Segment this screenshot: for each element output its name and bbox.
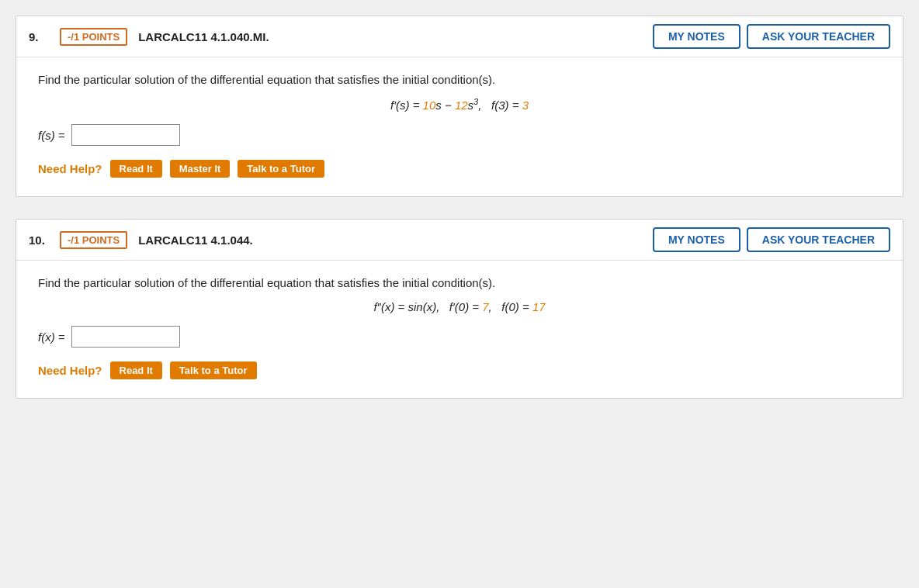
math-line-10: f″(x) = sin(x), f′(0) = 7, f(0) = 17 bbox=[38, 300, 881, 313]
question-card-9: 9. -/1 POINTS LARCALC11 4.1.040.MI. MY N… bbox=[16, 16, 903, 197]
math-mid1-9: s − bbox=[435, 99, 455, 112]
answer-input-10[interactable] bbox=[71, 326, 180, 348]
question-header-9: 9. -/1 POINTS LARCALC11 4.1.040.MI. MY N… bbox=[16, 16, 903, 57]
math-highlight1-10: 7 bbox=[482, 300, 488, 313]
question-body-10: Find the particular solution of the diff… bbox=[16, 261, 903, 398]
my-notes-button-10[interactable]: MY NOTES bbox=[653, 227, 740, 252]
problem-text-10: Find the particular solution of the diff… bbox=[38, 276, 881, 289]
math-mid-10: , f(0) = bbox=[489, 300, 532, 313]
math-highlight1-9: 10 bbox=[423, 99, 436, 112]
ask-teacher-button-10[interactable]: ASK YOUR TEACHER bbox=[747, 227, 890, 252]
math-mid2-9: s3, f(3) = bbox=[468, 99, 522, 112]
header-buttons-9: MY NOTES ASK YOUR TEACHER bbox=[653, 24, 890, 49]
talk-to-tutor-button-9[interactable]: Talk to a Tutor bbox=[238, 160, 324, 178]
question-body-9: Find the particular solution of the diff… bbox=[16, 57, 903, 196]
answer-row-9: f(s) = bbox=[38, 124, 881, 146]
question-code-9: LARCALC11 4.1.040.MI. bbox=[138, 30, 642, 43]
question-header-10: 10. -/1 POINTS LARCALC11 4.1.044. MY NOT… bbox=[16, 220, 903, 261]
need-help-label-9: Need Help? bbox=[38, 162, 102, 175]
question-card-10: 10. -/1 POINTS LARCALC11 4.1.044. MY NOT… bbox=[16, 219, 903, 399]
need-help-row-9: Need Help? Read It Master It Talk to a T… bbox=[38, 160, 881, 178]
answer-label-9: f(s) = bbox=[38, 129, 65, 142]
talk-to-tutor-button-10[interactable]: Talk to a Tutor bbox=[170, 361, 257, 379]
points-badge-9: -/1 POINTS bbox=[60, 28, 127, 46]
problem-text-9: Find the particular solution of the diff… bbox=[38, 73, 881, 86]
need-help-label-10: Need Help? bbox=[38, 364, 102, 377]
question-number-10: 10. bbox=[29, 233, 49, 247]
math-highlight3-9: 3 bbox=[522, 99, 529, 112]
points-badge-10: -/1 POINTS bbox=[60, 231, 127, 249]
math-highlight2-10: 17 bbox=[532, 300, 546, 313]
math-prefix-9: f′(s) = bbox=[390, 99, 423, 112]
math-highlight2-9: 12 bbox=[455, 99, 468, 112]
question-code-10: LARCALC11 4.1.044. bbox=[138, 233, 642, 247]
header-buttons-10: MY NOTES ASK YOUR TEACHER bbox=[653, 227, 890, 252]
answer-input-9[interactable] bbox=[71, 124, 180, 146]
math-prefix-10: f″(x) = sin(x), f′(0) = bbox=[373, 300, 482, 313]
math-line-9: f′(s) = 10s − 12s3, f(3) = 3 bbox=[38, 97, 881, 112]
master-it-button-9[interactable]: Master It bbox=[170, 160, 230, 178]
need-help-row-10: Need Help? Read It Talk to a Tutor bbox=[38, 361, 881, 379]
read-it-button-10[interactable]: Read It bbox=[110, 361, 162, 379]
answer-row-10: f(x) = bbox=[38, 326, 881, 348]
my-notes-button-9[interactable]: MY NOTES bbox=[653, 24, 740, 49]
answer-label-10: f(x) = bbox=[38, 330, 65, 344]
ask-teacher-button-9[interactable]: ASK YOUR TEACHER bbox=[747, 24, 890, 49]
question-number-9: 9. bbox=[29, 30, 49, 43]
read-it-button-9[interactable]: Read It bbox=[110, 160, 162, 178]
